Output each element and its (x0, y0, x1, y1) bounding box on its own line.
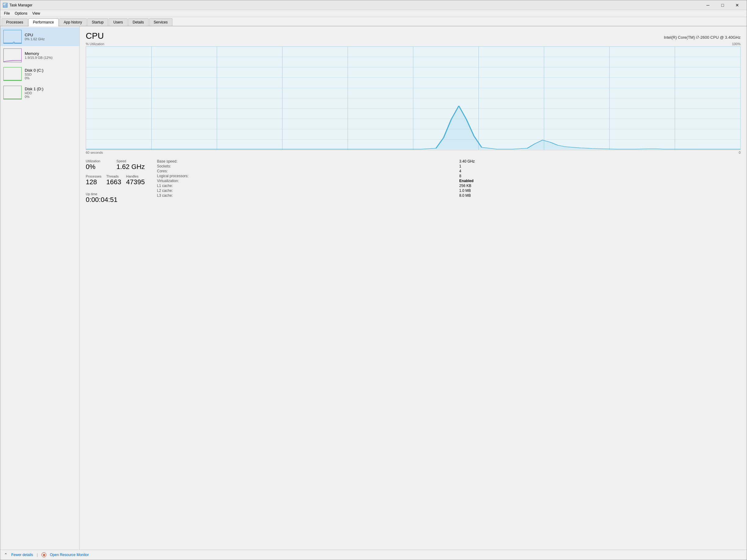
footer: ⌃ Fewer details | ⊗ Open Resource Monito… (0, 550, 747, 560)
cpu-header: CPU Intel(R) Core(TM) i7-2600 CPU @ 3.40… (86, 31, 741, 41)
sidebar-item-cpu[interactable]: CPU 0% 1.62 GHz (0, 27, 79, 46)
sockets-key: Sockets: (157, 164, 455, 168)
cpu-model: Intel(R) Core(TM) i7-2600 CPU @ 3.40GHz (664, 35, 741, 39)
processes-threads-handles-row: Processes 128 Threads 1663 Handles 47395 (86, 175, 145, 186)
y-label: % Utilization (86, 42, 104, 46)
processes-col: Processes 128 (86, 175, 101, 186)
uptime-col: Up time 0:00:04:51 (86, 190, 145, 204)
memory-sidebar-detail: 1.9/15.9 GB (12%) (25, 56, 52, 59)
cpu-sidebar-name: CPU (25, 33, 45, 37)
virtualization-val: Enabled (459, 179, 741, 183)
disk1-sidebar-info: Disk 1 (D:) HDD 0% (25, 87, 43, 99)
menu-bar: File Options View (0, 10, 747, 17)
svg-rect-1 (4, 5, 4, 7)
disk1-sidebar-name: Disk 1 (D:) (25, 87, 43, 91)
handles-value: 47395 (126, 178, 145, 186)
tab-processes[interactable]: Processes (2, 18, 28, 26)
disk1-sidebar-usage: 0% (25, 95, 43, 99)
memory-sidebar-name: Memory (25, 51, 52, 56)
disk0-sidebar-usage: 0% (25, 76, 43, 80)
tab-users[interactable]: Users (109, 18, 127, 26)
cores-val: 4 (459, 169, 741, 173)
cpu-title: CPU (86, 31, 104, 41)
cpu-sidebar-info: CPU 0% 1.62 GHz (25, 33, 45, 41)
main-content: CPU 0% 1.62 GHz Memory 1.9/15.9 GB (12%) (0, 26, 747, 550)
tab-services[interactable]: Services (149, 18, 173, 26)
sidebar: CPU 0% 1.62 GHz Memory 1.9/15.9 GB (12%) (0, 26, 80, 550)
menu-file[interactable]: File (2, 11, 12, 16)
title-bar-controls: ─ □ ✕ (701, 2, 744, 9)
sidebar-item-disk1[interactable]: Disk 1 (D:) HDD 0% (0, 83, 79, 102)
x-end: 0 (739, 151, 741, 154)
task-manager-window: Task Manager ─ □ ✕ File Options View Pro… (0, 0, 747, 560)
x-start: 60 seconds (86, 151, 103, 154)
cpu-sidebar-detail: 0% 1.62 GHz (25, 37, 45, 41)
stats-left: Utilization 0% Speed 1.62 GHz Processes … (86, 159, 145, 204)
disk0-sidebar-type: SSD (25, 73, 43, 76)
y-max: 100% (732, 42, 741, 46)
tab-app-history[interactable]: App history (59, 18, 87, 26)
sidebar-item-memory[interactable]: Memory 1.9/15.9 GB (12%) (0, 46, 79, 65)
l3-key: L3 cache: (157, 193, 455, 198)
app-icon (3, 3, 8, 8)
tab-performance[interactable]: Performance (28, 18, 58, 26)
utilization-col: Utilization 0% (86, 159, 100, 171)
stats-section: Utilization 0% Speed 1.62 GHz Processes … (86, 159, 741, 204)
graph-container: % Utilization 100% (86, 42, 741, 154)
tab-startup[interactable]: Startup (87, 18, 108, 26)
logical-key: Logical processors: (157, 174, 455, 178)
threads-col: Threads 1663 (106, 175, 121, 186)
l2-val: 1.0 MB (459, 188, 741, 193)
right-panel: CPU Intel(R) Core(TM) i7-2600 CPU @ 3.40… (80, 26, 747, 550)
svg-rect-3 (6, 4, 7, 7)
speed-col: Speed 1.62 GHz (117, 159, 145, 171)
svg-rect-2 (5, 4, 5, 7)
info-table: Base speed: 3.40 GHz Sockets: 1 Cores: 4… (157, 159, 741, 198)
disk0-mini-graph (3, 67, 22, 81)
processes-label: Processes (86, 175, 101, 178)
memory-sidebar-info: Memory 1.9/15.9 GB (12%) (25, 51, 52, 59)
virtualization-key: Virtualization: (157, 179, 455, 183)
tab-bar: Processes Performance App history Startu… (0, 17, 747, 26)
menu-view[interactable]: View (30, 11, 43, 16)
utilization-value: 0% (86, 163, 100, 171)
chevron-up-icon: ⌃ (4, 552, 8, 557)
cpu-mini-graph (3, 30, 22, 44)
disk0-sidebar-name: Disk 0 (C:) (25, 68, 43, 73)
speed-value: 1.62 GHz (117, 163, 145, 171)
handles-col: Handles 47395 (126, 175, 145, 186)
maximize-button[interactable]: □ (716, 2, 729, 9)
title-bar: Task Manager ─ □ ✕ (0, 0, 747, 10)
l2-key: L2 cache: (157, 188, 455, 193)
resource-monitor-icon: ⊗ (42, 552, 46, 557)
uptime-value: 0:00:04:51 (86, 196, 145, 204)
fewer-details-link[interactable]: Fewer details (11, 553, 33, 557)
utilization-speed-row: Utilization 0% Speed 1.62 GHz (86, 159, 145, 171)
memory-mini-graph (3, 49, 22, 62)
window-title: Task Manager (9, 3, 32, 7)
cores-key: Cores: (157, 169, 455, 173)
uptime-label: Up time (86, 192, 145, 196)
threads-label: Threads (106, 175, 121, 178)
speed-label: Speed (117, 159, 145, 163)
title-bar-left: Task Manager (3, 3, 32, 8)
sidebar-item-disk0[interactable]: Disk 0 (C:) SSD 0% (0, 65, 79, 83)
sockets-val: 1 (459, 164, 741, 168)
minimize-button[interactable]: ─ (701, 2, 715, 9)
menu-options[interactable]: Options (12, 11, 30, 16)
open-resource-monitor-link[interactable]: Open Resource Monitor (50, 553, 89, 557)
disk0-sidebar-info: Disk 0 (C:) SSD 0% (25, 68, 43, 80)
base-speed-val: 3.40 GHz (459, 159, 741, 163)
footer-divider: | (36, 553, 37, 557)
base-speed-key: Base speed: (157, 159, 455, 163)
disk1-sidebar-type: HDD (25, 91, 43, 95)
l1-key: L1 cache: (157, 184, 455, 188)
utilization-label: Utilization (86, 159, 100, 163)
stats-right: Base speed: 3.40 GHz Sockets: 1 Cores: 4… (157, 159, 741, 204)
disk1-mini-graph (3, 86, 22, 100)
l1-val: 256 KB (459, 184, 741, 188)
tab-details[interactable]: Details (128, 18, 149, 26)
close-button[interactable]: ✕ (730, 2, 744, 9)
graph-x-labels: 60 seconds 0 (86, 151, 741, 154)
handles-label: Handles (126, 175, 145, 178)
